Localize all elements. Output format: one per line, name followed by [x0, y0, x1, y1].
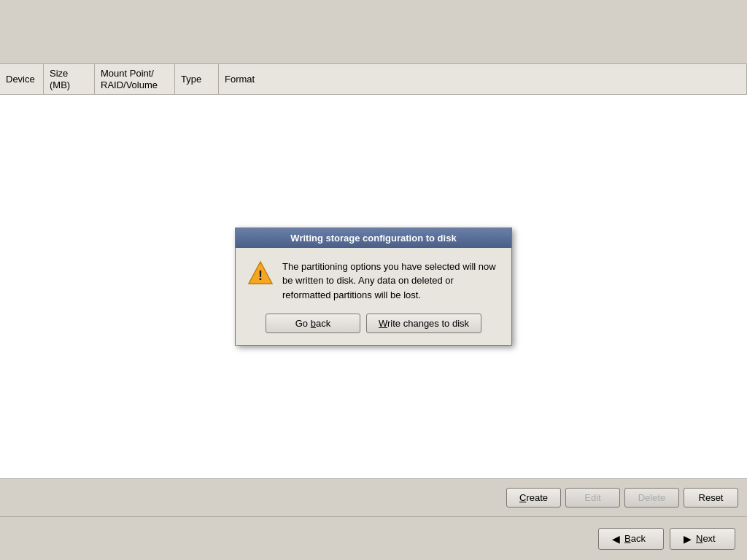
- partition-table-header: Device Size (MB) Mount Point/ RAID/Volum…: [0, 64, 747, 95]
- dialog-titlebar: Writing storage configuration to disk: [236, 228, 511, 248]
- back-nav-button[interactable]: ◀ Back: [598, 528, 664, 550]
- reset-button[interactable]: Reset: [684, 488, 738, 508]
- col-mount: Mount Point/ RAID/Volume: [95, 64, 175, 94]
- next-nav-button[interactable]: ▶ Next: [670, 528, 735, 550]
- dialog-message-row: ! The partitioning options you have sele…: [247, 260, 500, 303]
- next-nav-label: Next: [696, 533, 716, 544]
- dialog-overlay: Writing storage configuration to disk ! …: [0, 95, 747, 478]
- col-format: Format: [219, 64, 747, 94]
- col-type: Type: [175, 64, 219, 94]
- dialog-body: ! The partitioning options you have sele…: [236, 248, 511, 346]
- top-bar: [0, 0, 747, 64]
- write-storage-dialog: Writing storage configuration to disk ! …: [235, 228, 512, 346]
- delete-button[interactable]: Delete: [624, 488, 679, 508]
- next-arrow-icon: ▶: [684, 533, 692, 545]
- go-back-button[interactable]: Go back: [266, 314, 360, 333]
- dialog-message: The partitioning options you have select…: [282, 260, 500, 303]
- footer-nav: ◀ Back ▶ Next: [0, 516, 747, 560]
- dialog-buttons: Go back Write changes to disk: [247, 314, 500, 333]
- write-changes-button[interactable]: Write changes to disk: [366, 314, 481, 333]
- partition-toolbar: Create Edit Delete Reset: [0, 478, 747, 516]
- col-device: Device: [0, 64, 44, 94]
- edit-button[interactable]: Edit: [565, 488, 620, 508]
- back-arrow-icon: ◀: [612, 533, 620, 545]
- col-size: Size (MB): [44, 64, 95, 94]
- create-button[interactable]: Create: [506, 488, 561, 508]
- svg-text:!: !: [258, 268, 263, 283]
- warning-icon: !: [247, 260, 274, 286]
- create-label-rest: reate: [526, 492, 548, 503]
- back-nav-label: Back: [624, 533, 646, 544]
- main-content: Writing storage configuration to disk ! …: [0, 95, 747, 478]
